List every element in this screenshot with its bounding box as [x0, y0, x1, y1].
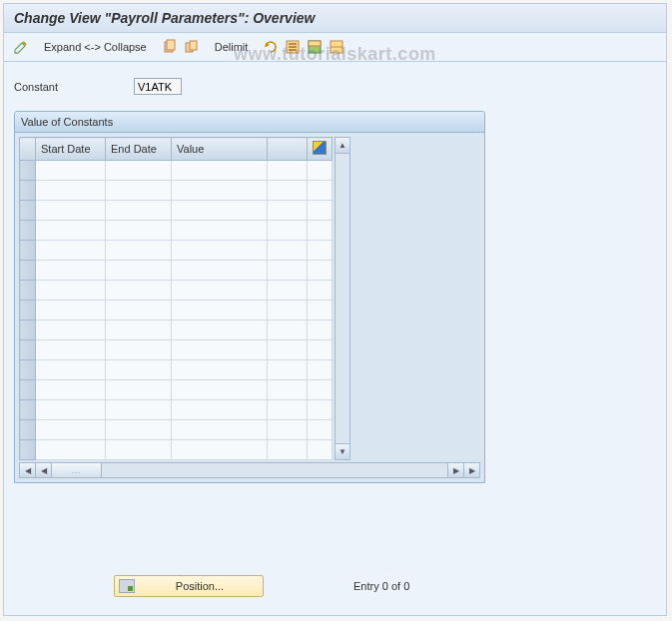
scroll-down-icon[interactable]: ▼ — [336, 443, 349, 459]
scroll-thumb[interactable]: ... — [52, 463, 102, 477]
position-label: Position... — [141, 580, 259, 592]
scroll-right-page-icon[interactable]: ▶ — [447, 463, 463, 477]
svg-rect-3 — [190, 41, 197, 50]
table-row[interactable] — [20, 420, 333, 440]
delimit-label[interactable]: Delimit — [213, 41, 251, 53]
constants-panel: Value of Constants Start Date End Date V… — [14, 111, 485, 483]
row-selector[interactable] — [20, 161, 36, 181]
row-selector[interactable] — [20, 400, 36, 420]
svg-rect-5 — [289, 43, 297, 45]
table-row[interactable] — [20, 201, 333, 221]
table-row[interactable] — [20, 360, 333, 380]
row-selector[interactable] — [20, 301, 36, 320]
entry-counter: Entry 0 of 0 — [353, 580, 409, 592]
horizontal-scrollbar[interactable]: ◀ ◀ ... ▶ ▶ — [19, 462, 480, 478]
table-row[interactable] — [20, 380, 333, 400]
position-icon — [119, 579, 135, 593]
row-selector[interactable] — [20, 281, 36, 301]
table-row[interactable] — [20, 440, 333, 460]
row-selector[interactable] — [20, 440, 36, 460]
app-window: Change View "Payroll Parameters": Overvi… — [3, 3, 667, 616]
table-row[interactable] — [20, 241, 333, 261]
scroll-left-page-icon[interactable]: ◀ — [36, 463, 52, 477]
table-row[interactable] — [20, 301, 333, 320]
scroll-left-icon[interactable]: ◀ — [20, 463, 36, 477]
row-selector[interactable] — [20, 340, 36, 360]
table-row[interactable] — [20, 281, 333, 301]
table-row[interactable] — [20, 181, 333, 201]
col-value[interactable]: Value — [172, 138, 268, 161]
svg-rect-9 — [309, 41, 321, 46]
select-all-rows[interactable] — [20, 138, 36, 161]
configure-columns-icon[interactable] — [308, 138, 333, 161]
table-row[interactable] — [20, 320, 333, 340]
undo-icon[interactable] — [262, 38, 280, 56]
row-selector[interactable] — [20, 221, 36, 241]
field-row: Constant — [4, 62, 666, 103]
scroll-up-icon[interactable]: ▲ — [336, 138, 349, 154]
deselect-all-icon[interactable] — [328, 38, 345, 56]
expand-collapse-label[interactable]: Expand <-> Collapse — [42, 41, 149, 53]
constant-input[interactable] — [134, 78, 182, 95]
copy-icon[interactable] — [161, 38, 179, 56]
row-selector[interactable] — [20, 420, 36, 440]
svg-rect-1 — [167, 40, 175, 50]
col-end-date[interactable]: End Date — [106, 138, 172, 161]
col-filler — [268, 138, 308, 161]
select-all-icon[interactable] — [284, 38, 302, 56]
toolbar: Expand <-> Collapse Delimit — [4, 33, 666, 62]
row-selector[interactable] — [20, 241, 36, 261]
svg-rect-6 — [289, 46, 297, 48]
position-button[interactable]: Position... — [114, 575, 264, 597]
table-row[interactable] — [20, 221, 333, 241]
svg-rect-7 — [289, 49, 297, 51]
row-selector[interactable] — [20, 320, 36, 340]
page-title: Change View "Payroll Parameters": Overvi… — [14, 10, 315, 26]
table-row[interactable] — [20, 340, 333, 360]
constants-table[interactable]: Start Date End Date Value — [19, 137, 333, 460]
scroll-right-icon[interactable]: ▶ — [463, 463, 479, 477]
vertical-scrollbar[interactable]: ▲ ▼ — [335, 137, 350, 460]
table-row[interactable] — [20, 161, 333, 181]
row-selector[interactable] — [20, 380, 36, 400]
table-row[interactable] — [20, 400, 333, 420]
row-selector[interactable] — [20, 181, 36, 201]
row-selector[interactable] — [20, 261, 36, 281]
constant-label: Constant — [14, 81, 114, 93]
scroll-track[interactable] — [336, 154, 349, 443]
panel-title: Value of Constants — [15, 112, 484, 133]
footer: Position... Entry 0 of 0 — [4, 575, 666, 597]
row-selector[interactable] — [20, 201, 36, 221]
select-block-icon[interactable] — [306, 38, 324, 56]
change-icon[interactable] — [12, 38, 30, 56]
table-row[interactable] — [20, 261, 333, 281]
copy-all-icon[interactable] — [183, 38, 201, 56]
title-bar: Change View "Payroll Parameters": Overvi… — [4, 4, 666, 33]
col-start-date[interactable]: Start Date — [36, 138, 106, 161]
row-selector[interactable] — [20, 360, 36, 380]
